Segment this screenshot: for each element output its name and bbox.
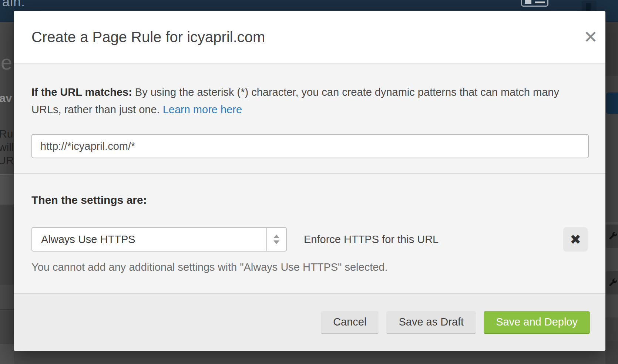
close-icon: ✕: [584, 28, 598, 46]
background-row: [0, 285, 14, 310]
chevron-down-icon: [273, 240, 279, 244]
setting-note: You cannot add any additional settings w…: [31, 261, 588, 273]
screen: ain. e av Ru will UR: [0, 0, 618, 364]
background-row: [605, 317, 618, 341]
url-match-label: If the URL matches:: [31, 86, 132, 98]
close-button[interactable]: ✕: [579, 25, 602, 49]
save-and-deploy-button[interactable]: Save and Deploy: [484, 311, 590, 334]
clipped-text-fragment: av: [0, 92, 12, 105]
select-spinner-icon[interactable]: [266, 228, 286, 251]
modal-header: Create a Page Rule for icyapril.com ✕: [14, 11, 605, 64]
clipped-text-fragment: UR: [0, 154, 14, 167]
background-row: [0, 174, 14, 205]
background-right-edge: [605, 22, 618, 364]
background-row: [605, 248, 618, 271]
clipped-domain-text: ain.: [2, 0, 25, 10]
setting-description: Enforce HTTPS for this URL: [304, 233, 439, 246]
modal-title: Create a Page Rule for icyapril.com: [31, 29, 265, 46]
wrench-icon: [608, 278, 618, 288]
cards-icon: [521, 0, 548, 7]
setting-select[interactable]: Always Use HTTPS: [31, 227, 287, 252]
learn-more-link[interactable]: Learn more here: [163, 104, 242, 115]
chevron-up-icon: [273, 235, 279, 238]
settings-heading: Then the settings are:: [31, 194, 588, 206]
background-row: [0, 205, 14, 285]
background-row: [605, 341, 618, 364]
background-row: [0, 311, 14, 344]
setting-row: Always Use HTTPS Enforce HTTPS for this …: [31, 227, 588, 252]
background-left-edge: e av Ru will UR: [0, 22, 14, 364]
clipped-text-fragment: Ru: [0, 128, 13, 140]
save-as-draft-button[interactable]: Save as Draft: [386, 311, 476, 334]
url-match-section: If the URL matches: By using the asteris…: [14, 64, 605, 174]
create-page-rule-modal: Create a Page Rule for icyapril.com ✕ If…: [14, 11, 605, 351]
background-row: [0, 344, 14, 364]
background-row: [605, 22, 618, 76]
modal-footer: Cancel Save as Draft Save and Deploy: [14, 293, 605, 351]
background-row: [605, 76, 618, 92]
url-match-description: If the URL matches: By using the asteris…: [31, 84, 581, 118]
remove-icon: ✖: [570, 232, 581, 247]
background-row: [605, 222, 618, 225]
remove-setting-button[interactable]: ✖: [563, 227, 588, 252]
clipped-text-fragment: e: [1, 50, 12, 74]
background-row: [605, 294, 618, 317]
url-pattern-input[interactable]: [31, 134, 589, 158]
settings-section: Then the settings are: Always Use HTTPS …: [14, 174, 605, 293]
cancel-button[interactable]: Cancel: [321, 311, 379, 334]
clipped-text-fragment: will: [0, 141, 14, 154]
wrench-icon: [608, 232, 618, 241]
clipped-blue-button: [606, 92, 618, 114]
edit-rule-button: [606, 225, 618, 248]
setting-select-value: Always Use HTTPS: [32, 233, 135, 246]
edit-rule-button: [606, 271, 618, 294]
